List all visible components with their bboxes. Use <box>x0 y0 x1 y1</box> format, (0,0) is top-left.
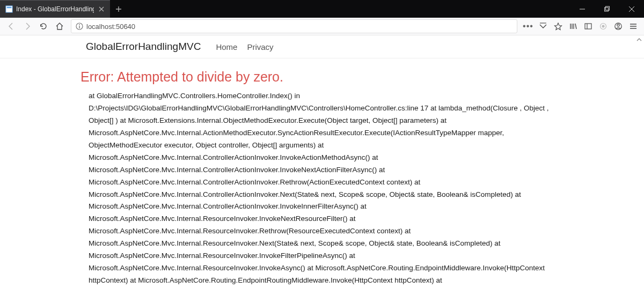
nav-privacy-link[interactable]: Privacy <box>247 42 273 51</box>
maximize-button[interactable] <box>595 0 619 18</box>
sidebar-icon[interactable] <box>581 18 596 34</box>
new-tab-button[interactable] <box>110 0 127 18</box>
bookmark-icon[interactable] <box>551 18 566 34</box>
svg-point-12 <box>617 24 619 26</box>
brand-title[interactable]: GlobalErrorHandlingMVC <box>86 41 201 53</box>
app-navbar: GlobalErrorHandlingMVC Home Privacy <box>0 35 644 58</box>
forward-button[interactable] <box>19 18 35 34</box>
svg-rect-1 <box>7 7 12 9</box>
back-button[interactable] <box>3 18 19 34</box>
svg-rect-7 <box>585 24 591 29</box>
browser-tab[interactable]: Index - GlobalErrorHandlingMV <box>0 0 110 18</box>
stack-trace: at GlobalErrorHandlingMVC.Controllers.Ho… <box>80 90 564 288</box>
tab-close-icon[interactable] <box>97 5 106 13</box>
page-actions-icon[interactable]: ••• <box>521 18 536 34</box>
page-content: GlobalErrorHandlingMVC Home Privacy Erro… <box>0 35 644 288</box>
svg-point-5 <box>79 24 80 25</box>
minimize-button[interactable] <box>570 0 595 18</box>
menu-icon[interactable] <box>626 18 641 34</box>
nav-home-link[interactable]: Home <box>216 42 237 51</box>
account-icon[interactable] <box>611 18 626 34</box>
info-icon[interactable] <box>76 23 83 30</box>
close-window-button[interactable] <box>619 0 644 18</box>
url-bar[interactable] <box>71 19 517 33</box>
home-button[interactable] <box>52 18 68 34</box>
reload-button[interactable] <box>35 18 52 34</box>
svg-rect-6 <box>79 26 79 28</box>
favicon-icon <box>5 5 13 13</box>
main-content: Error: Attempted to divide by zero. at G… <box>0 58 644 288</box>
toolbar-right: ••• <box>521 18 641 34</box>
window-controls <box>570 0 644 18</box>
browser-titlebar: Index - GlobalErrorHandlingMV <box>0 0 644 18</box>
reader-view-icon[interactable] <box>536 18 551 34</box>
tab-title: Index - GlobalErrorHandlingMV <box>16 5 94 13</box>
svg-point-10 <box>602 25 605 28</box>
browser-navbar: ••• <box>0 18 644 35</box>
svg-rect-3 <box>606 6 610 10</box>
error-heading: Error: Attempted to divide by zero. <box>80 69 564 85</box>
svg-rect-2 <box>605 8 609 11</box>
shield-icon[interactable] <box>596 18 611 34</box>
library-icon[interactable] <box>566 18 581 34</box>
url-input[interactable] <box>86 23 513 31</box>
